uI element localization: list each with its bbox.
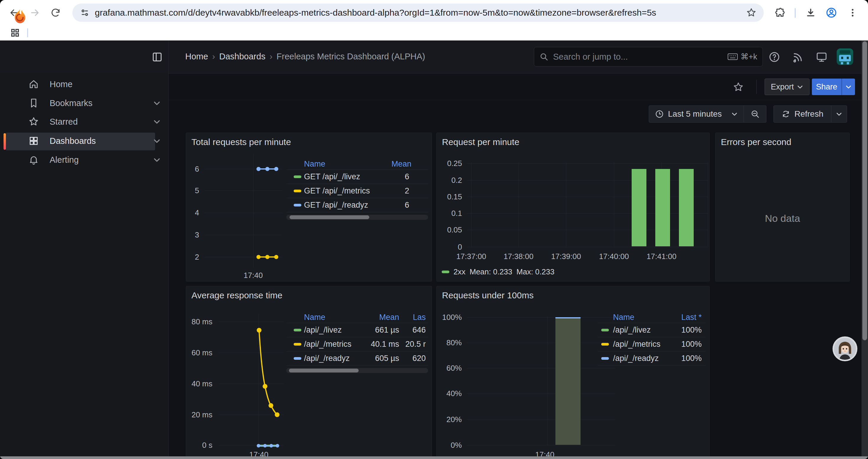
- time-range-button[interactable]: Last 5 minutes: [649, 105, 744, 123]
- reload-button[interactable]: [47, 4, 64, 21]
- vertical-scrollbar-thumb[interactable]: [862, 41, 867, 340]
- legend-mean-header[interactable]: Mean: [392, 160, 409, 169]
- panel-title[interactable]: Requests under 100ms: [442, 290, 533, 300]
- grafana-logo[interactable]: [12, 8, 28, 25]
- search-box[interactable]: ⌘+k: [534, 47, 763, 66]
- bookmark-star-icon[interactable]: [746, 7, 756, 18]
- legend-row[interactable]: GET /api/_/readyz 6: [286, 198, 428, 212]
- panel-title[interactable]: Errors per second: [721, 137, 791, 147]
- sidebar-item-alerting[interactable]: Alerting: [0, 150, 168, 169]
- avatar-pixel-eye: [841, 57, 843, 59]
- sidebar-toggle[interactable]: [151, 51, 163, 63]
- legend-scrollbar-thumb[interactable]: [289, 215, 369, 219]
- breadcrumb-dashboards[interactable]: Dashboards: [219, 52, 265, 61]
- gridline: [519, 162, 519, 247]
- series-mean: 6: [392, 201, 409, 210]
- legend-name-header[interactable]: Name: [304, 313, 368, 322]
- breadcrumb-home[interactable]: Home: [185, 52, 208, 61]
- refresh-interval-button[interactable]: [831, 105, 847, 123]
- url-bar[interactable]: grafana.mathmast.com/d/deytv4rwavabkb/fr…: [72, 4, 764, 22]
- legend-mean-header[interactable]: Mean: [368, 313, 399, 322]
- legend-row[interactable]: GET /api/_/livez 6: [286, 169, 428, 184]
- y-tick: 0.15: [437, 192, 462, 201]
- y-tick: 0.1: [437, 209, 462, 218]
- user-avatar[interactable]: [837, 48, 853, 65]
- share-button[interactable]: Share: [812, 78, 841, 95]
- sidebar-item-home[interactable]: Home: [0, 75, 168, 94]
- bar-under-100ms: [555, 317, 581, 445]
- y-tick: 0%: [437, 441, 462, 450]
- forward-arrow-icon: [29, 7, 40, 18]
- gridline: [466, 317, 615, 318]
- legend-row[interactable]: /api/_/livez 100%: [598, 323, 706, 337]
- browser-toolbar: grafana.mathmast.com/d/deytv4rwavabkb/fr…: [0, 0, 868, 25]
- profile-icon: [826, 7, 837, 19]
- kebab-menu-icon: [848, 8, 858, 18]
- legend-scrollbar-thumb[interactable]: [289, 369, 359, 372]
- series-name[interactable]: GET /api/_/readyz: [304, 201, 392, 210]
- legend-last-header[interactable]: Last *: [669, 313, 702, 322]
- download-icon: [805, 7, 816, 18]
- legend-header: Name Mean: [286, 158, 428, 169]
- display-button[interactable]: [815, 50, 829, 64]
- x-tick: 17:37:00: [456, 252, 486, 261]
- legend-name-header[interactable]: Name: [613, 313, 669, 322]
- legend-table: Name Mean GET /api/_/livez 6 GET /api/_/…: [286, 158, 428, 220]
- series-name[interactable]: /api/_/readyz: [613, 354, 669, 363]
- zoom-out-button[interactable]: [744, 105, 766, 123]
- forward-button[interactable]: [27, 4, 43, 21]
- downloads-button[interactable]: [802, 4, 819, 21]
- series-last: 620: [399, 354, 426, 363]
- series-name[interactable]: /api/_/readyz: [304, 354, 368, 363]
- url-text[interactable]: grafana.mathmast.com/d/deytv4rwavabkb/fr…: [95, 8, 739, 18]
- news-button[interactable]: [791, 50, 805, 64]
- legend-row[interactable]: /api/_/readyz 605 µs 620: [286, 351, 428, 366]
- extensions-button[interactable]: [772, 4, 788, 21]
- favorite-dashboard-button[interactable]: [733, 81, 744, 93]
- sidebar-item-starred[interactable]: Starred: [0, 112, 168, 131]
- horizontal-scrollbar[interactable]: [0, 456, 868, 459]
- series-name[interactable]: 2xx: [454, 267, 465, 276]
- refresh-button[interactable]: Refresh: [773, 105, 831, 123]
- export-button[interactable]: Export: [765, 78, 809, 95]
- breadcrumb-current: Freeleaps Metrics Dashboard (ALPHA): [277, 52, 425, 61]
- share-split-button: Share: [812, 78, 855, 95]
- legend-row[interactable]: /api/_/livez 661 µs 646: [286, 323, 428, 337]
- y-tick: 0.2: [437, 176, 462, 185]
- legend-name-header[interactable]: Name: [304, 160, 392, 169]
- legend-scrollbar[interactable]: [286, 215, 428, 220]
- site-settings-icon[interactable]: [80, 7, 90, 18]
- panel-title[interactable]: Request per minute: [442, 137, 519, 147]
- chevron-down-icon: [797, 84, 803, 90]
- series-color-pill: [294, 357, 301, 360]
- series-name[interactable]: GET /api/_/livez: [304, 172, 392, 182]
- legend-row[interactable]: /api/_/metrics 40.1 ms 20.5 r: [286, 337, 428, 351]
- series-name[interactable]: /api/_/metrics: [304, 340, 368, 349]
- apps-grid-button[interactable]: [10, 28, 20, 38]
- sidebar-item-dashboards[interactable]: Dashboards: [0, 131, 168, 150]
- legend-row[interactable]: GET /api/_/metrics 2: [286, 184, 428, 198]
- menu-button[interactable]: [844, 4, 861, 21]
- legend-last-header[interactable]: Las: [399, 313, 426, 322]
- avatar-pixel-eye: [847, 57, 849, 59]
- series-name[interactable]: /api/_/metrics: [613, 340, 669, 349]
- series-name[interactable]: /api/_/livez: [613, 326, 669, 335]
- legend-row[interactable]: /api/_/readyz 100%: [598, 351, 706, 366]
- sidebar-item-label: Bookmarks: [50, 98, 92, 108]
- help-button[interactable]: [768, 50, 781, 64]
- toolbar-hairline: [169, 100, 868, 100]
- assistant-avatar-bubble[interactable]: [833, 336, 857, 361]
- star-icon: [733, 81, 744, 93]
- legend-row[interactable]: /api/_/metrics 100%: [598, 337, 706, 351]
- series-name[interactable]: GET /api/_/metrics: [304, 186, 392, 196]
- share-menu-button[interactable]: [841, 78, 855, 95]
- legend-table: Name Mean Las /api/_/livez 661 µs 646 /a…: [286, 312, 428, 373]
- legend-scrollbar[interactable]: [286, 368, 428, 373]
- gridline: [566, 162, 566, 247]
- panel-under-100ms: Requests under 100ms 100% 80% 60% 40% 20…: [436, 286, 710, 459]
- profile-button[interactable]: [823, 4, 840, 21]
- sidebar-item-bookmarks[interactable]: Bookmarks: [0, 94, 168, 112]
- series-name[interactable]: /api/_/livez: [304, 326, 368, 335]
- search-input[interactable]: [553, 52, 723, 62]
- y-tick: 0: [437, 242, 462, 252]
